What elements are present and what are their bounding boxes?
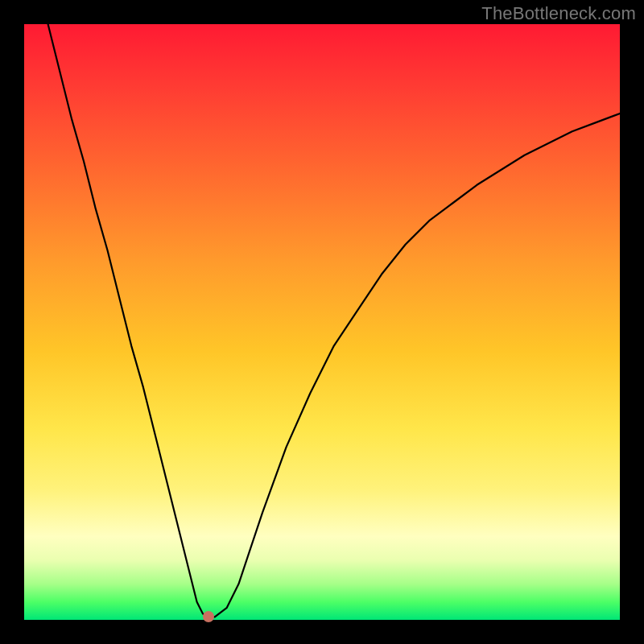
chart-frame: TheBottleneck.com bbox=[0, 0, 644, 644]
plot-area bbox=[24, 24, 620, 620]
bottleneck-curve bbox=[24, 24, 620, 620]
optimal-point-marker bbox=[203, 611, 214, 622]
watermark-text: TheBottleneck.com bbox=[481, 3, 636, 24]
